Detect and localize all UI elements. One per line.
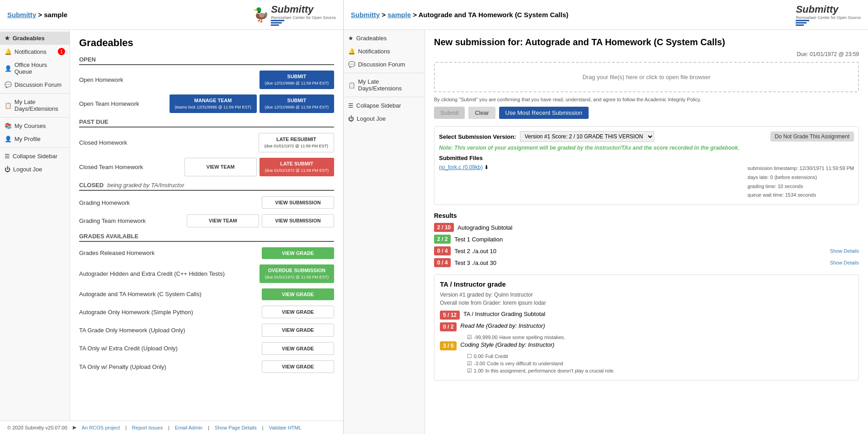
- right-star-icon: ★: [348, 35, 354, 42]
- gradeable-grading-team-homework: Grading Team Homework VIEW TEAM VIEW SUB…: [79, 213, 334, 228]
- breadcrumb-separator: >: [38, 11, 44, 19]
- right-sidebar-label-discussion: Discussion Forum: [358, 61, 405, 68]
- sidebar-divider-1: [0, 93, 70, 94]
- grades-released-view-grade-button[interactable]: VIEW GRADE: [262, 247, 334, 259]
- sidebar-item-logout[interactable]: ⏻ Logout Joe: [0, 163, 70, 176]
- ta-penalty-view-grade-button[interactable]: VIEW GRADE: [262, 360, 334, 373]
- download-icon[interactable]: ⬇: [484, 164, 489, 170]
- grading-team-view-team-button[interactable]: VIEW TEAM: [187, 214, 259, 227]
- result-row-test1: 2 / 2 Test 1 Compilation: [434, 235, 859, 244]
- sidebar-label-collapse: Collapse Sidebar: [13, 153, 57, 160]
- sidebar-item-discussion[interactable]: 💬 Discussion Forum: [0, 78, 70, 91]
- right-sidebar-item-logout[interactable]: ⏻ Logout Joe: [344, 112, 425, 125]
- report-issues-link[interactable]: Report Issues: [132, 425, 163, 430]
- right-sidebar-item-late-days[interactable]: 📋 My Late Days/Extensions: [344, 75, 425, 95]
- file-link[interactable]: no_fork.c (0.09kb): [439, 164, 483, 170]
- autograde-only-view-grade-button[interactable]: VIEW GRADE: [262, 306, 334, 318]
- late-resubmit-button[interactable]: LATE RESUBMIT(due 01/01/1972 @ 11:59 PM …: [259, 133, 334, 152]
- right-sample-link[interactable]: sample: [387, 11, 411, 19]
- gradeable-ta-grade-only: TA Grade Only Homework (Upload Only) VIE…: [79, 323, 334, 337]
- sidebar-label-my-profile: My Profile: [14, 136, 41, 142]
- grading-team-view-submission-button[interactable]: VIEW SUBMISSION: [262, 214, 334, 227]
- version-select[interactable]: Version #1 Score: 2 / 10 GRADE THIS VERS…: [520, 131, 654, 142]
- coding-style-value-2: -3.00: [474, 361, 485, 366]
- section-open: OPEN: [79, 56, 334, 65]
- right-sidebar-label-late-days: My Late Days/Extensions: [358, 78, 420, 92]
- logo-decoration: [271, 20, 336, 26]
- gradeable-ta-extra-credit: TA Only w/ Extra Credit (Upload Only) VI…: [79, 341, 334, 356]
- ta-grade-section: TA / Instructor grade Version #1 graded …: [434, 274, 859, 381]
- right-power-icon: ⏻: [348, 115, 354, 122]
- right-sidebar-divider-2: [344, 97, 425, 97]
- open-homework-submit-button[interactable]: SUBMIT(due 12/31/9996 @ 11:59 PM EST): [259, 71, 334, 89]
- books-icon: 📚: [5, 123, 12, 129]
- github-icon: ▶: [73, 425, 76, 430]
- right-sidebar-item-notifications[interactable]: 🔔 Notifications: [344, 45, 425, 58]
- sidebar-item-collapse[interactable]: ☰ Collapse Sidebar: [0, 150, 70, 163]
- right-submitty-link[interactable]: Submitty: [351, 11, 380, 19]
- readme-checkbox-item: ☑ -99,999.00 Have some spelling mistakes…: [467, 334, 853, 340]
- result-row-autograding: 2 / 10 Autograding Subtotal: [434, 223, 859, 232]
- right-sep2: >: [413, 11, 418, 19]
- email-admin-link[interactable]: Email Admin: [175, 425, 203, 430]
- right-sidebar: ★ Gradeables 🔔 Notifications 💬 Discussio…: [344, 30, 425, 434]
- autograde-ta-view-grade-button[interactable]: VIEW GRADE: [262, 288, 334, 300]
- grading-homework-view-submission-button[interactable]: VIEW SUBMISSION: [262, 196, 334, 209]
- right-sep1: >: [382, 11, 387, 19]
- manage-team-button[interactable]: MANAGE TEAM(teams lock 12/31/9996 @ 11:5…: [170, 94, 257, 113]
- submitty-link[interactable]: Submitty: [7, 11, 36, 19]
- version-label: Select Submission Version:: [439, 133, 516, 140]
- use-recent-button[interactable]: Use Most Recent Submission: [499, 107, 589, 119]
- gradeable-autograde-only: Autograde Only Homework (Simple Python) …: [79, 305, 334, 319]
- coding-style-checkbox-icon-2: ☑: [467, 360, 472, 367]
- sidebar-item-my-profile[interactable]: 👤 My Profile: [0, 132, 70, 146]
- right-breadcrumb: Submitty > sample > Autograde and TA Hom…: [351, 11, 568, 19]
- grading-time: grading time: 10 seconds: [748, 182, 854, 191]
- coding-style-value-3: 1.00: [474, 368, 483, 373]
- coding-style-checkbox-1: ☐ 0.00 Full Credit: [467, 353, 853, 359]
- left-content: Gradeables OPEN Open Homework SUBMIT(due…: [70, 30, 343, 420]
- coding-style-checkbox-icon-3: ☑: [467, 368, 472, 374]
- ta-grade-only-view-grade-button[interactable]: VIEW GRADE: [262, 324, 334, 336]
- ta-extra-credit-view-grade-button[interactable]: VIEW GRADE: [262, 342, 334, 355]
- left-header: Submitty > sample 🦆 Submitty Rensselaer …: [0, 0, 343, 30]
- show-page-details-link[interactable]: Show Page Details: [215, 425, 257, 430]
- left-sidebar: ★ Gradeables 🔔 Notifications 1 👤 Office …: [0, 30, 70, 420]
- sidebar-item-office-hours[interactable]: 👤 Office Hours Queue: [0, 58, 70, 78]
- right-hamburger-icon: ☰: [348, 102, 354, 109]
- footer-sep-1: |: [125, 425, 127, 430]
- right-bell-icon: 🔔: [348, 48, 355, 55]
- autograder-hidden-overdue-button[interactable]: OVERDUE SUBMISSION(due 01/01/1972 @ 11:5…: [259, 264, 334, 283]
- rcos-link[interactable]: An RCOS project: [82, 425, 120, 430]
- file-dropzone[interactable]: Drag your file(s) here or click to open …: [434, 62, 859, 92]
- test2-show-details-link[interactable]: Show Details: [830, 248, 859, 254]
- submission-timestamp: submission timestamp: 12/30/1971 11:59:5…: [748, 164, 854, 173]
- sidebar-label-gradeables: Gradeables: [13, 35, 45, 42]
- gradeable-grades-released: Grades Released Homework VIEW GRADE: [79, 246, 334, 260]
- right-logo-decoration: [796, 20, 861, 26]
- right-sidebar-item-collapse[interactable]: ☰ Collapse Sidebar: [344, 99, 425, 112]
- clear-button[interactable]: Clear: [468, 107, 495, 119]
- results-section: Results 2 / 10 Autograding Subtotal 2 / …: [434, 212, 859, 267]
- validate-html-link[interactable]: Validate HTML: [269, 425, 302, 430]
- sidebar-label-logout: Logout Joe: [13, 166, 42, 173]
- late-submit-button[interactable]: LATE SUBMIT(due 01/01/1972 @ 11:59 PM ES…: [259, 158, 334, 176]
- open-team-submit-button[interactable]: SUBMIT(due 12/31/9996 @ 11:59 PM EST): [259, 94, 334, 113]
- version-row: Select Submission Version: Version #1 Sc…: [439, 131, 854, 142]
- open-homework-label: Open Homework: [79, 76, 259, 83]
- test3-show-details-link[interactable]: Show Details: [830, 260, 859, 265]
- no-grade-button[interactable]: Do Not Grade This Assignment: [770, 132, 854, 142]
- right-sidebar-item-gradeables[interactable]: ★ Gradeables: [344, 32, 425, 45]
- sidebar-item-late-days[interactable]: 📋 My Late Days/Extensions: [0, 95, 70, 115]
- closed-team-view-button[interactable]: VIEW TEAM: [184, 158, 257, 176]
- sidebar-item-gradeables[interactable]: ★ Gradeables: [0, 32, 70, 45]
- coding-style-text-1: Full Credit: [485, 354, 508, 359]
- sidebar-item-notifications[interactable]: 🔔 Notifications 1: [0, 45, 70, 58]
- left-breadcrumb[interactable]: Submitty > sample: [7, 11, 67, 19]
- left-logo: 🦆 Submitty Rensselaer Center for Open So…: [252, 4, 336, 26]
- right-sidebar-item-discussion[interactable]: 💬 Discussion Forum: [344, 58, 425, 71]
- logo-subtitle: Rensselaer Center for Open Source: [271, 15, 336, 20]
- sidebar-item-my-courses[interactable]: 📚 My Courses: [0, 119, 70, 132]
- sidebar-divider-3: [0, 147, 70, 148]
- grading-team-homework-label: Grading Team Homework: [79, 217, 187, 224]
